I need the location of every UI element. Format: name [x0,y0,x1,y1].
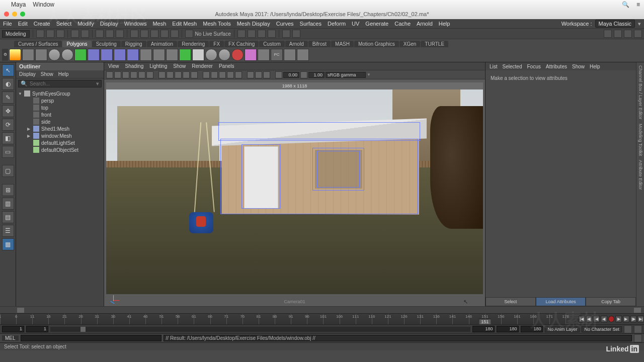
outliner-item[interactable]: defaultLightSet [16,139,104,146]
menu-item[interactable]: File [3,21,12,27]
shelf-button[interactable] [114,49,126,61]
minimize-window-button[interactable] [12,12,17,17]
scale-tool-icon[interactable]: ◧ [2,132,14,144]
paint-select-icon[interactable] [116,30,124,38]
shelf-button[interactable] [297,49,309,61]
snap-live-icon[interactable] [171,30,179,38]
menu-item[interactable]: Select [56,21,72,27]
step-forward-icon[interactable]: ▶ [623,316,629,322]
history-icon[interactable] [237,30,246,38]
snap-grid-icon[interactable] [130,30,138,38]
shelf-button[interactable] [284,49,296,61]
viewport-menu-item[interactable]: Panels [219,63,234,69]
camera-select-icon[interactable] [106,71,113,78]
pause-icon[interactable] [292,30,300,38]
play-forward-icon[interactable]: ▶ [615,316,622,322]
shelf-button[interactable] [231,49,244,61]
menu-item[interactable]: Cache [394,21,411,27]
mac-window-menu[interactable]: Window [33,1,54,8]
outliner-item[interactable]: front [16,111,104,118]
shelf-button[interactable] [205,49,217,61]
step-back-icon[interactable]: ◀ [593,316,600,322]
chevron-down-icon[interactable]: ▾ [96,80,99,87]
outliner-search-input[interactable] [30,81,96,86]
shelf-tab[interactable]: Custom [259,41,284,47]
lasso-mode-icon[interactable] [106,30,114,38]
shelf-tab[interactable]: Motion Graphics [354,41,399,47]
film-gate-icon[interactable] [130,71,137,78]
playback-start-field[interactable]: 1 [26,326,48,332]
outliner-tree[interactable]: SynthEyesGrouppersptopfrontsideShed1:Mes… [16,89,104,154]
time-cursor[interactable]: 151 [478,319,491,325]
shelf-tab[interactable]: Curves / Surfaces [14,41,62,47]
colormgmt-dropdown[interactable]: sRGB gamma [326,72,366,78]
lasso-tool-icon[interactable]: ◐ [2,78,14,90]
sidebars-icon-1[interactable] [604,30,612,38]
xray-joints-icon[interactable] [219,71,226,78]
sidebars-icon-4[interactable] [634,30,642,38]
viewport-3d[interactable]: 1988 x 1118 [104,79,485,306]
range-end-field[interactable]: 180 [497,326,519,332]
shadows-icon[interactable] [191,71,198,78]
menu-item[interactable]: Curves [276,21,294,27]
move-tool-icon[interactable]: ✥ [2,105,14,117]
backface-icon[interactable] [227,71,234,78]
menu-item[interactable]: Mesh [152,21,166,27]
shelf-tab[interactable]: TURTLE [421,41,448,47]
snap-point-icon[interactable] [150,30,158,38]
step-forward-key-icon[interactable]: |▶ [630,316,637,322]
outliner-item[interactable]: window:Mesh [16,132,104,139]
menu-item[interactable]: Mesh Display [237,21,270,27]
outliner-item[interactable]: defaultObjectSet [16,146,104,153]
menuset-dropdown[interactable]: Modeling [2,30,30,38]
viewport-menu-item[interactable]: Renderer [192,63,213,69]
shelf-tab[interactable]: Sculpting [92,41,121,47]
outliner-scroll[interactable] [0,306,644,313]
select-tool-icon[interactable]: ↖ [2,64,14,76]
shelf-button[interactable] [101,49,113,61]
save-scene-icon[interactable] [56,30,64,38]
script-lang-toggle[interactable]: MEL [2,335,19,341]
time-slider[interactable]: 1611162126313641465156616671768186919610… [0,313,644,324]
sidebars-icon-3[interactable] [624,30,632,38]
range-start-field[interactable]: 1 [2,326,24,332]
playback-end-field[interactable]: 180 [472,326,495,332]
layout-side-icon[interactable]: ▤ [2,211,14,223]
menu-icon[interactable]: ≡ [636,1,640,8]
shelf-button[interactable] [61,49,73,61]
outliner-item[interactable]: side [16,118,104,125]
ae-load-attributes-button[interactable]: Load Attributes [536,297,586,306]
step-back-key-icon[interactable]: ◀| [586,316,593,322]
outliner-item[interactable]: Shed1:Mesh [16,125,104,132]
shelf-button[interactable] [9,49,21,61]
ae-menu-item[interactable]: Selected [503,64,522,69]
character-set-dropdown[interactable]: No Character Set [582,326,622,332]
gamma-field[interactable]: 1.00 [308,72,325,78]
redo-icon[interactable] [81,30,89,38]
xray-icon[interactable] [282,30,290,38]
menu-item[interactable]: Arnold [417,21,433,27]
outliner-menu-item[interactable]: Display [19,71,36,77]
isolate-icon[interactable] [203,71,210,78]
range-slider-track[interactable] [50,327,470,332]
ae-menu-item[interactable]: Attributes [546,64,567,69]
new-scene-icon[interactable] [36,30,44,38]
shelf-button[interactable] [48,49,60,61]
menu-item[interactable]: Edit Mesh [172,21,197,27]
shelf-button[interactable] [245,49,257,61]
select-mode-icon[interactable] [96,30,104,38]
shelf-button[interactable] [22,49,34,61]
grid-toggle-icon[interactable] [247,71,254,78]
shelf-tab[interactable]: Rigging [121,41,146,47]
current-frame-field[interactable]: 180 [521,326,543,332]
motion-blur-icon[interactable] [263,71,270,78]
shelf-options-icon[interactable]: ⚙ [2,49,8,61]
menu-item[interactable]: Surfaces [300,21,321,27]
layout-outline-icon[interactable]: ☰ [2,225,14,237]
ae-menu-item[interactable]: Help [590,64,600,69]
lights-icon[interactable] [183,71,190,78]
shelf-tab[interactable]: MASH [331,41,354,47]
wireframe-icon[interactable] [158,71,166,78]
menu-item[interactable]: Help [439,21,450,27]
shelf-button[interactable] [153,49,165,61]
